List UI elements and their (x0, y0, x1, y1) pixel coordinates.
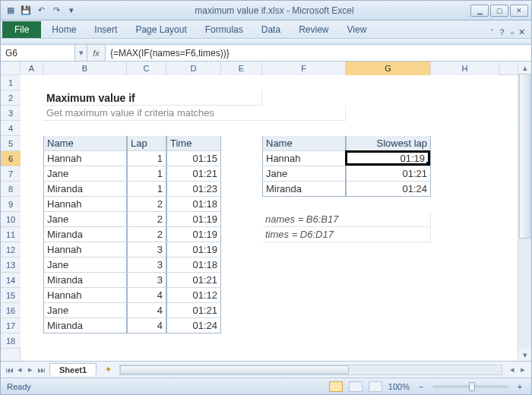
row-header-6[interactable]: 6 (1, 151, 21, 166)
col-header-A[interactable]: A (21, 62, 43, 75)
row-header-18[interactable]: 18 (1, 333, 21, 349)
select-all-corner[interactable] (1, 62, 21, 75)
table1-hdr-name[interactable]: Name (43, 136, 127, 151)
row-header-2[interactable]: 2 (1, 90, 21, 106)
hscroll-thumb[interactable] (120, 365, 349, 374)
horizontal-scrollbar[interactable] (119, 365, 502, 375)
excel-icon[interactable]: ▦ (4, 4, 17, 17)
page-subtitle[interactable]: Get maximum value if criteria matches (43, 106, 346, 121)
tab-home[interactable]: Home (43, 21, 85, 38)
table1-time-8[interactable]: 01:23 (166, 182, 221, 197)
table1-lap-10[interactable]: 2 (127, 212, 166, 227)
close-button[interactable]: ✕ (510, 5, 528, 17)
tab-page-layout[interactable]: Page Layout (126, 21, 195, 38)
table1-time-16[interactable]: 01:21 (166, 303, 221, 318)
selected-cell[interactable]: 01:19 (345, 150, 430, 166)
name-box[interactable]: G6 (1, 45, 75, 61)
table1-hdr-time[interactable]: Time (166, 136, 221, 151)
cells-area[interactable]: Maximum value ifGet maximum value if cri… (21, 75, 518, 361)
table1-lap-14[interactable]: 3 (127, 273, 166, 288)
row-header-9[interactable]: 9 (1, 197, 21, 212)
zoom-in-button[interactable]: + (515, 382, 525, 391)
table1-time-14[interactable]: 01:21 (166, 273, 221, 288)
formula-input[interactable]: {=MAX(IF(names=F6,times))} (106, 45, 531, 61)
zoom-level[interactable]: 100% (388, 382, 410, 391)
table1-name-17[interactable]: Miranda (43, 318, 127, 333)
page-layout-view-button[interactable] (349, 381, 363, 392)
table2-hdr-name[interactable]: Name (262, 136, 346, 151)
row-header-3[interactable]: 3 (1, 106, 21, 121)
table1-hdr-lap[interactable]: Lap (127, 136, 166, 151)
row-header-11[interactable]: 11 (1, 227, 21, 242)
prev-sheet-icon[interactable]: ◂ (14, 365, 25, 375)
table1-name-7[interactable]: Jane (43, 166, 127, 182)
table1-time-6[interactable]: 01:15 (166, 151, 221, 166)
undo-icon[interactable]: ↶ (34, 4, 48, 17)
row-header-16[interactable]: 16 (1, 303, 21, 318)
row-header-13[interactable]: 13 (1, 258, 21, 273)
table2-name-8[interactable]: Miranda (262, 182, 346, 197)
table2-slow-8[interactable]: 01:24 (346, 182, 431, 197)
table1-name-9[interactable]: Hannah (43, 197, 127, 212)
col-header-G[interactable]: G (346, 62, 431, 75)
sheet-tab-sheet1[interactable]: Sheet1 (49, 363, 97, 376)
save-icon[interactable]: 💾 (19, 4, 33, 17)
scroll-up-icon[interactable]: ▴ (518, 62, 531, 74)
table1-lap-8[interactable]: 1 (127, 182, 166, 197)
row-header-10[interactable]: 10 (1, 212, 21, 227)
tab-formulas[interactable]: Formulas (196, 21, 252, 38)
tab-view[interactable]: View (338, 21, 376, 38)
table2-name-7[interactable]: Jane (262, 166, 346, 182)
next-sheet-icon[interactable]: ▸ (25, 365, 36, 375)
table1-name-8[interactable]: Miranda (43, 182, 127, 197)
table1-lap-9[interactable]: 2 (127, 197, 166, 212)
row-header-15[interactable]: 15 (1, 288, 21, 303)
fx-icon[interactable]: fx (87, 45, 106, 61)
restore-workbook-icon[interactable]: ▫ (511, 28, 514, 37)
zoom-slider[interactable] (432, 385, 508, 388)
col-header-H[interactable]: H (431, 62, 499, 75)
qat-dropdown-icon[interactable]: ▾ (65, 4, 78, 17)
table1-lap-11[interactable]: 2 (127, 227, 166, 242)
fill-handle[interactable] (426, 162, 430, 166)
row-header-5[interactable]: 5 (1, 136, 21, 151)
row-header-8[interactable]: 8 (1, 182, 21, 197)
table1-lap-12[interactable]: 3 (127, 242, 166, 258)
table1-time-15[interactable]: 01:12 (166, 288, 221, 303)
insert-sheet-icon[interactable]: ✦ (101, 365, 115, 375)
normal-view-button[interactable] (329, 381, 343, 392)
table2-hdr-slowest[interactable]: Slowest lap (346, 136, 431, 151)
tab-file[interactable]: File (2, 21, 41, 38)
row-header-17[interactable]: 17 (1, 318, 21, 333)
table1-name-14[interactable]: Miranda (43, 273, 127, 288)
col-header-D[interactable]: D (166, 62, 221, 75)
table1-lap-13[interactable]: 3 (127, 258, 166, 273)
col-header-C[interactable]: C (127, 62, 166, 75)
table1-time-12[interactable]: 01:19 (166, 242, 221, 258)
zoom-out-button[interactable]: − (416, 382, 426, 391)
spreadsheet-grid[interactable]: ABCDEFGH 123456789101112131415161718 Max… (1, 62, 531, 361)
first-sheet-icon[interactable]: ⏮ (4, 365, 14, 375)
row-header-7[interactable]: 7 (1, 166, 21, 182)
page-title[interactable]: Maximum value if (43, 90, 262, 106)
redo-icon[interactable]: ↷ (49, 4, 63, 17)
note-names[interactable]: names = B6:B17 (262, 212, 431, 227)
page-break-view-button[interactable] (369, 381, 382, 392)
table1-lap-16[interactable]: 4 (127, 303, 166, 318)
tab-data[interactable]: Data (252, 21, 290, 38)
col-header-E[interactable]: E (221, 62, 262, 75)
table1-time-7[interactable]: 01:21 (166, 166, 221, 182)
maximize-button[interactable]: ▢ (490, 5, 508, 17)
table1-time-11[interactable]: 01:19 (166, 227, 221, 242)
table1-lap-6[interactable]: 1 (127, 151, 166, 166)
table1-name-16[interactable]: Jane (43, 303, 127, 318)
close-workbook-icon[interactable]: ✕ (518, 27, 525, 37)
scroll-thumb[interactable] (519, 74, 530, 239)
tab-review[interactable]: Review (290, 21, 337, 38)
last-sheet-icon[interactable]: ⏭ (36, 365, 46, 375)
row-header-4[interactable]: 4 (1, 121, 21, 136)
table1-time-13[interactable]: 01:18 (166, 258, 221, 273)
minimize-button[interactable]: ▁ (470, 5, 489, 17)
table1-name-10[interactable]: Jane (43, 212, 127, 227)
help-icon[interactable]: ？ (498, 27, 506, 38)
